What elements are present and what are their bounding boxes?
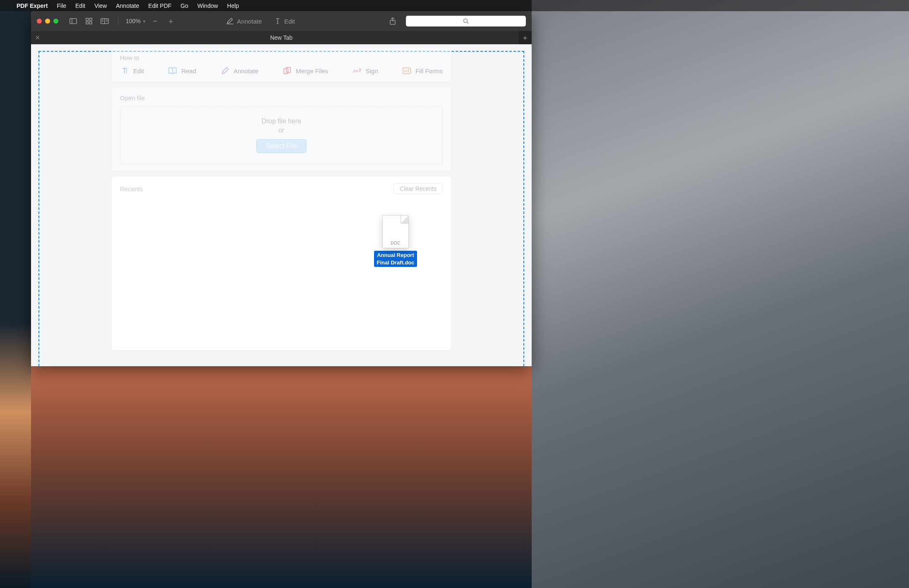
openfile-title: Open file xyxy=(120,94,443,101)
two-page-view-button[interactable] xyxy=(99,15,110,27)
new-tab-button[interactable]: ＋ xyxy=(518,31,532,44)
svg-text:ab: ab xyxy=(404,70,408,72)
svg-rect-2 xyxy=(86,18,89,21)
howto-item-fillforms[interactable]: ab Fill Forms xyxy=(402,66,443,75)
window-close-button[interactable] xyxy=(37,19,42,24)
howto-label: Annotate xyxy=(234,67,259,74)
form-icon: ab xyxy=(402,66,411,75)
svg-rect-23 xyxy=(284,69,288,74)
annotate-label: Annotate xyxy=(237,18,262,25)
recents-title: Recents xyxy=(120,185,143,192)
menubar-item-help[interactable]: Help xyxy=(227,2,239,9)
openfile-panel: Open file Drop file here or Select File xyxy=(112,88,451,171)
howto-item-annotate[interactable]: Annotate xyxy=(221,66,259,75)
merge-icon xyxy=(283,66,292,75)
desktop-background-left xyxy=(0,0,31,588)
window-traffic-lights xyxy=(37,19,58,24)
pencil-icon xyxy=(221,66,230,75)
howto-item-merge[interactable]: Merge Files xyxy=(283,66,328,75)
macos-menubar: PDF Expert File Edit View Annotate Edit … xyxy=(0,0,909,11)
howto-panel: How to Edit Read xyxy=(112,48,451,82)
menubar-item-annotate[interactable]: Annotate xyxy=(116,2,139,9)
app-window: 100% ▾ − ＋ Annotate Edit ✕ New T xyxy=(31,11,532,366)
window-toolbar: 100% ▾ − ＋ Annotate Edit xyxy=(31,11,532,31)
select-file-button[interactable]: Select File xyxy=(256,139,307,153)
drop-or-label: or xyxy=(278,127,284,134)
menubar-item-window[interactable]: Window xyxy=(197,2,218,9)
tab-bar: ✕ New Tab ＋ xyxy=(31,31,532,44)
menubar-app-name[interactable]: PDF Expert xyxy=(17,2,48,9)
drop-label: Drop file here xyxy=(261,118,301,125)
svg-rect-24 xyxy=(286,67,290,72)
howto-label: Fill Forms xyxy=(415,67,443,74)
window-zoom-button[interactable] xyxy=(53,19,58,24)
toolbar-separator xyxy=(118,17,118,25)
sidebar-toggle-button[interactable] xyxy=(67,15,79,27)
book-icon xyxy=(168,66,177,75)
window-minimize-button[interactable] xyxy=(45,19,50,24)
howto-item-sign[interactable]: Sign xyxy=(353,66,378,75)
zoom-dropdown[interactable]: 100% ▾ xyxy=(126,18,145,24)
howto-item-edit[interactable]: Edit xyxy=(120,66,144,75)
drop-zone[interactable]: Drop file here or Select File xyxy=(120,106,443,164)
edit-mode-button[interactable]: Edit xyxy=(274,18,295,25)
share-button[interactable] xyxy=(387,15,398,27)
menubar-item-editpdf[interactable]: Edit PDF xyxy=(148,2,171,9)
chevron-down-icon: ▾ xyxy=(143,19,145,24)
svg-line-18 xyxy=(467,22,468,24)
marker-icon xyxy=(226,18,234,24)
menubar-item-edit[interactable]: Edit xyxy=(75,2,85,9)
search-field[interactable] xyxy=(406,16,526,26)
menubar-item-view[interactable]: View xyxy=(94,2,107,9)
signature-icon xyxy=(353,66,362,75)
menubar-item-go[interactable]: Go xyxy=(180,2,188,9)
howto-label: Read xyxy=(181,67,196,74)
svg-rect-4 xyxy=(86,22,89,24)
svg-rect-5 xyxy=(90,22,92,24)
edit-label: Edit xyxy=(284,18,295,25)
recents-panel: Recents Clear Recents xyxy=(112,177,451,350)
svg-rect-0 xyxy=(70,19,77,24)
edit-text-icon xyxy=(120,66,129,75)
svg-point-17 xyxy=(464,19,468,23)
zoom-value: 100% xyxy=(126,18,141,24)
zoom-out-button[interactable]: − xyxy=(149,15,161,27)
svg-rect-3 xyxy=(90,18,92,21)
howto-item-read[interactable]: Read xyxy=(168,66,196,75)
text-cursor-icon xyxy=(274,18,281,24)
tab-close-button[interactable]: ✕ xyxy=(31,34,44,41)
menubar-item-file[interactable]: File xyxy=(57,2,66,9)
tab-title: New Tab xyxy=(31,34,532,41)
howto-label: Merge Files xyxy=(296,67,328,74)
search-icon xyxy=(463,18,469,24)
content-area: How to Edit Read xyxy=(31,44,532,366)
clear-recents-button[interactable]: Clear Recents xyxy=(393,183,443,194)
desktop-background-right xyxy=(532,0,909,588)
annotate-mode-button[interactable]: Annotate xyxy=(226,18,262,25)
howto-label: Edit xyxy=(133,67,144,74)
howto-label: Sign xyxy=(366,67,378,74)
zoom-in-button[interactable]: ＋ xyxy=(165,15,177,27)
howto-title: How to xyxy=(120,54,443,61)
grid-view-button[interactable] xyxy=(83,15,95,27)
